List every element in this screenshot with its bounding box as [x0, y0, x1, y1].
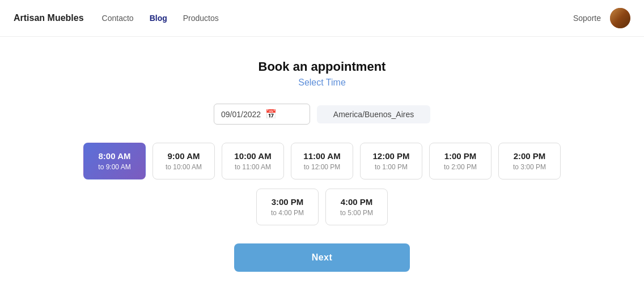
time-slot-100pm-main: 1:00 PM	[444, 151, 477, 161]
time-slot-300pm-main: 3:00 PM	[272, 197, 304, 207]
date-input[interactable]: 09/01/2022 📅	[214, 104, 310, 125]
time-slot-1200pm-main: 12:00 PM	[372, 151, 409, 161]
time-slot-1000am[interactable]: 10:00 AM to 11:00 AM	[222, 143, 284, 179]
nav-brand: Artisan Muebles	[14, 13, 84, 23]
next-button[interactable]: Next	[234, 243, 410, 272]
time-slot-200pm-sub: to 3:00 PM	[513, 163, 546, 171]
time-slot-800am[interactable]: 8:00 AM to 9:00 AM	[83, 143, 146, 179]
time-slot-900am-main: 9:00 AM	[168, 151, 200, 161]
time-slot-400pm-sub: to 5:00 PM	[340, 209, 373, 217]
time-slot-1000am-sub: to 11:00 AM	[235, 163, 271, 171]
nav-link-contacto[interactable]: Contacto	[102, 14, 134, 23]
avatar-image	[610, 8, 630, 28]
date-row: 09/01/2022 📅 America/Buenos_Aires	[214, 104, 430, 125]
time-slot-1200pm[interactable]: 12:00 PM to 1:00 PM	[360, 143, 422, 179]
nav-right: Soporte	[573, 8, 630, 28]
date-value: 09/01/2022	[221, 110, 261, 119]
time-slot-200pm-main: 2:00 PM	[514, 151, 546, 161]
time-slot-1100am[interactable]: 11:00 AM to 12:00 PM	[291, 143, 353, 179]
time-slot-200pm[interactable]: 2:00 PM to 3:00 PM	[498, 143, 561, 179]
time-slot-300pm-sub: to 4:00 PM	[271, 209, 304, 217]
avatar	[610, 8, 630, 28]
page-title: Book an appointment	[259, 59, 386, 74]
time-slot-1200pm-sub: to 1:00 PM	[375, 163, 408, 171]
time-slot-1000am-main: 10:00 AM	[234, 151, 271, 161]
nav-link-productos[interactable]: Productos	[183, 14, 219, 23]
calendar-icon: 📅	[265, 109, 277, 119]
time-slot-900am[interactable]: 9:00 AM to 10:00 AM	[152, 143, 215, 179]
time-slot-100pm-sub: to 2:00 PM	[444, 163, 477, 171]
time-slot-1100am-main: 11:00 AM	[303, 151, 340, 161]
time-slot-400pm[interactable]: 4:00 PM to 5:00 PM	[325, 189, 388, 225]
time-slot-300pm[interactable]: 3:00 PM to 4:00 PM	[256, 189, 319, 225]
time-slot-1100am-sub: to 12:00 PM	[304, 163, 341, 171]
time-slot-900am-sub: to 10:00 AM	[166, 163, 202, 171]
nav-link-blog[interactable]: Blog	[150, 14, 167, 23]
timezone-selector[interactable]: America/Buenos_Aires	[317, 105, 430, 123]
time-slot-800am-sub: to 9:00 AM	[98, 163, 130, 171]
time-slot-400pm-main: 4:00 PM	[341, 197, 373, 207]
nav-links: Contacto Blog Productos	[102, 14, 573, 23]
page-subtitle: Select Time	[298, 78, 346, 88]
time-slots-row-2: 3:00 PM to 4:00 PM 4:00 PM to 5:00 PM	[256, 189, 388, 225]
time-slot-800am-main: 8:00 AM	[99, 151, 131, 161]
navbar: Artisan Muebles Contacto Blog Productos …	[0, 0, 644, 37]
nav-support-label: Soporte	[573, 14, 601, 23]
main-content: Book an appointment Select Time 09/01/20…	[0, 37, 644, 294]
time-slot-100pm[interactable]: 1:00 PM to 2:00 PM	[429, 143, 492, 179]
time-slots-row-1: 8:00 AM to 9:00 AM 9:00 AM to 10:00 AM 1…	[83, 143, 561, 179]
